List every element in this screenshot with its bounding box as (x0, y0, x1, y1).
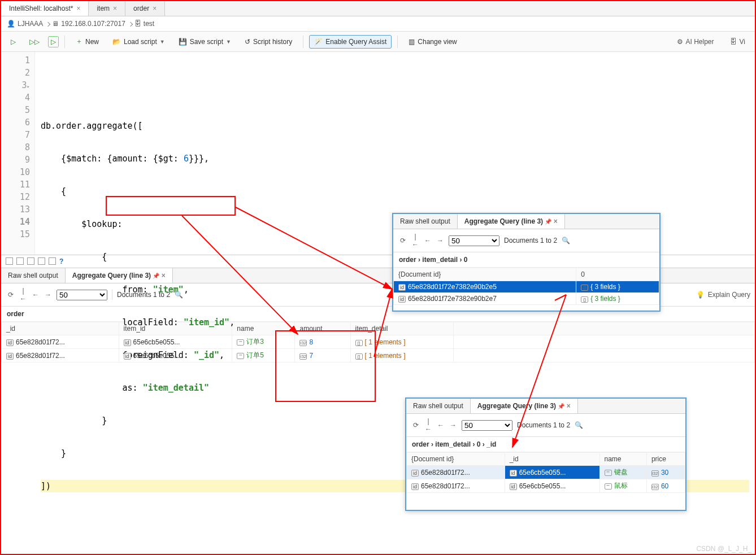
bc-host: 192.168.0.107:27017 (61, 20, 125, 28)
tab-raw-output[interactable]: Raw shell output (406, 399, 471, 413)
close-icon[interactable]: × (113, 5, 117, 12)
page-size-select[interactable]: 50 (449, 235, 499, 246)
run-step-button[interactable]: ▷▷ (24, 35, 45, 49)
popup2-path: order › item_detail › 0 › _id (406, 437, 685, 452)
popup-item-detail: Raw shell output Aggregate Query (line 3… (392, 213, 661, 312)
popup-id-detail: Raw shell output Aggregate Query (line 3… (405, 397, 687, 511)
popup1-path: order › item_detail › 0 (393, 252, 659, 268)
tab-raw-output[interactable]: Raw shell output (1, 268, 66, 283)
ai-helper-button[interactable]: ⚙AI Helper (672, 35, 719, 49)
run-options-button[interactable]: ▷ (48, 36, 59, 47)
tab-item[interactable]: item× (89, 1, 125, 16)
pin-icon[interactable]: 📌 (153, 273, 159, 279)
visualize-button[interactable]: 🗄Vi (725, 35, 750, 49)
tab-aggregate-query[interactable]: Aggregate Query (line 3) 📌 × (471, 399, 578, 413)
new-button[interactable]: ＋New (71, 34, 104, 49)
table-row[interactable]: id65e828d01f72... id65e6cb5e055... ""鼠标 … (407, 479, 685, 493)
query-assist-button[interactable]: 🪄Enable Query Assist (309, 35, 392, 49)
search-icon[interactable]: 🔍 (175, 291, 183, 299)
doc-range-label: Documents 1 to 2 (117, 291, 170, 299)
tab-raw-output[interactable]: Raw shell output (393, 214, 458, 229)
breadcrumb: 👤LJHAAA 🖥192.168.0.107:27017 🗄test (1, 16, 755, 32)
next-page-icon[interactable]: → (44, 291, 52, 299)
table-row[interactable]: id65e828d01f72... id65e6cb5e055... ""键盘 … (407, 466, 685, 479)
change-view-button[interactable]: ▥Change view (403, 35, 462, 49)
tab-aggregate-query[interactable]: Aggregate Query (line 3) 📌 × (66, 268, 173, 283)
watermark: CSDN @_L_J_H_ (696, 545, 751, 553)
tab-order[interactable]: order× (125, 1, 165, 16)
tab-intellishell[interactable]: IntelliShell: localhost*× (1, 1, 89, 16)
table-row[interactable]: id65e828d01f72e7382e90b2e7 {}{ 3 fields … (394, 293, 659, 305)
toolbar: ▷ ▷▷ ▷ ＋New 📂Load script▼ 💾Save script▼ … (1, 32, 755, 52)
save-script-button[interactable]: 💾Save script▼ (173, 35, 236, 49)
script-history-button[interactable]: ↺Script history (240, 35, 297, 49)
run-button[interactable]: ▷ (6, 35, 21, 49)
load-script-button[interactable]: 📂Load script▼ (107, 35, 170, 49)
table-row[interactable]: id65e828d01f72e7382e90b2e5 {}{ 3 fields … (394, 281, 659, 293)
bc-db: test (144, 20, 154, 28)
refresh-icon[interactable]: ⟳ (399, 237, 407, 244)
line-gutter: 123▸456789101112131415 (1, 52, 35, 255)
refresh-icon[interactable]: ⟳ (7, 291, 15, 299)
prev-page-icon[interactable]: ← (32, 291, 40, 299)
close-icon[interactable]: × (76, 5, 80, 12)
bulb-icon: 💡 (696, 291, 705, 299)
close-icon[interactable]: × (162, 272, 166, 279)
editor-tabs: IntelliShell: localhost*× item× order× (1, 1, 755, 16)
bc-user: LJHAAA (18, 20, 43, 28)
explain-query-button[interactable]: Explain Query (708, 291, 750, 299)
first-page-icon[interactable]: |← (19, 287, 27, 303)
tab-aggregate-query[interactable]: Aggregate Query (line 3) 📌 × (458, 214, 565, 229)
page-size-select[interactable]: 50 (57, 290, 107, 300)
close-icon[interactable]: × (153, 5, 157, 12)
